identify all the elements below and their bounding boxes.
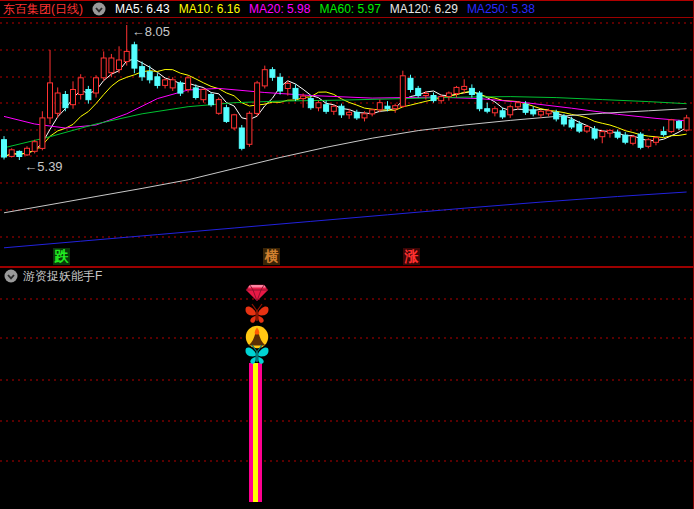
collapse-indicator-button[interactable] — [4, 269, 18, 283]
ma-line-ma250 — [4, 192, 687, 248]
zone-label-sideways: 横 — [263, 248, 280, 265]
price-annotation: ←5.39 — [24, 159, 62, 174]
ma5-label: MA5: 6.43 — [115, 2, 170, 16]
price-annotations: ←8.05←5.39 — [24, 24, 170, 174]
volcano-icon — [246, 326, 268, 348]
stock-app-window: { "header": { "title": "东百集团(日线)", "coll… — [0, 0, 694, 509]
candlestick-chart[interactable]: ←8.05←5.39 — [0, 19, 694, 265]
price-annotation: ←8.05 — [132, 24, 170, 39]
indicator-header: 游资捉妖能手F — [4, 268, 102, 284]
zone-label-rise: 涨 — [403, 248, 420, 265]
gridlines-layer — [0, 299, 694, 461]
ma10-label: MA10: 6.16 — [179, 2, 240, 16]
ma120-label: MA120: 6.29 — [390, 2, 458, 16]
ma-lines-layer — [4, 59, 687, 248]
indicator-title: 游资捉妖能手F — [23, 268, 102, 285]
ma20-label: MA20: 5.98 — [249, 2, 310, 16]
indicator-chart[interactable] — [0, 284, 694, 509]
signal-bar — [249, 363, 262, 502]
ma250-label: MA250: 5.38 — [467, 2, 535, 16]
zone-label-fall: 跌 — [53, 248, 70, 265]
butterfly-red-icon — [245, 304, 268, 323]
candles-layer — [2, 25, 690, 160]
ma60-label: MA60: 5.97 — [319, 2, 380, 16]
chart-header-bar: 东百集团(日线) MA5: 6.43 MA10: 6.16 MA20: 5.98… — [0, 1, 694, 18]
panel-separator — [0, 266, 694, 268]
collapse-main-chart-button[interactable] — [92, 2, 106, 16]
stock-title: 东百集团(日线) — [3, 1, 83, 18]
ma-line-ma60 — [4, 97, 687, 148]
